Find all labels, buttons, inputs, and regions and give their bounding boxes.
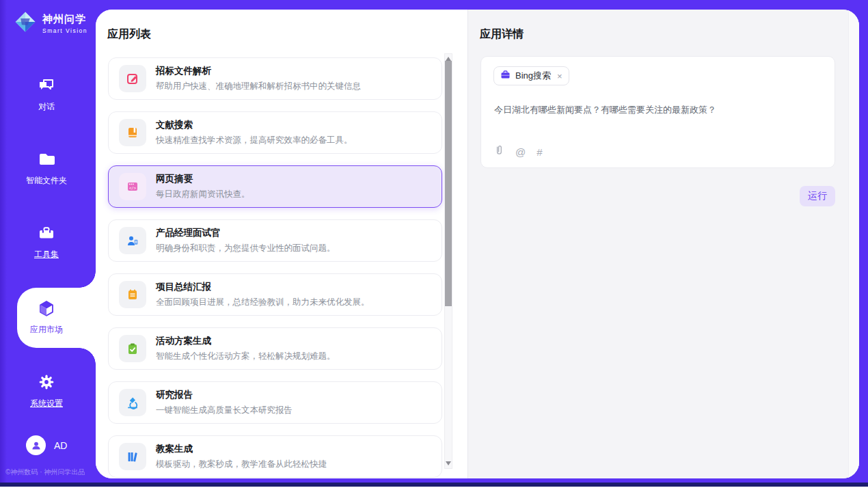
app-card-bid-analysis[interactable]: 招标文件解析 帮助用户快速、准确地理解和解析招标书中的关键信息 — [108, 57, 442, 100]
brand-name: 神州问学 — [42, 13, 87, 26]
scrollbar-thumb[interactable] — [445, 61, 452, 306]
tool-chip-label: Bing搜索 — [515, 70, 551, 82]
note-icon — [119, 281, 146, 308]
app-card-desc: 一键智能生成高质量长文本研究报告 — [156, 405, 293, 416]
app-card-title: 产品经理面试官 — [156, 227, 336, 239]
app-card-title: 招标文件解析 — [156, 65, 361, 77]
at-icon[interactable]: @ — [515, 146, 526, 158]
sidebar-item-app-market[interactable]: 应用市场 — [0, 297, 93, 338]
app-card-event-plan[interactable]: 活动方案生成 智能生成个性化活动方案，轻松解决规划难题。 — [108, 327, 442, 370]
gear-icon — [38, 373, 55, 394]
sidebar-item-toolset[interactable]: 工具集 — [0, 221, 93, 262]
chat-icon — [38, 77, 55, 97]
composer-toolbar: @ # — [493, 144, 543, 159]
clipboard-check-icon — [119, 335, 146, 362]
active-nav-curve-top — [79, 271, 96, 288]
app-card-web-summary[interactable]: </> 网页摘要 每日政府新闻资讯快查。 — [108, 165, 442, 208]
cube-icon — [38, 299, 55, 320]
toolbox-icon — [38, 224, 55, 245]
app-card-desc: 全面回顾项目进展，总结经验教训，助力未来优化发展。 — [156, 297, 370, 308]
microscope-icon — [119, 389, 146, 416]
paperclip-icon[interactable] — [493, 144, 504, 159]
detail-scrollbar-track — [848, 10, 859, 478]
app-input-card[interactable]: Bing搜索 × 今日湖北有哪些新闻要点？有哪些需要关注的最新政策？ @ # — [480, 56, 835, 168]
app-card-desc: 帮助用户快速、准确地理解和解析招标书中的关键信息 — [156, 81, 361, 92]
app-detail-pane: 应用详情 Bing搜索 × 今日湖北有哪些新闻要点？有哪些需要关注的最新政策？ — [467, 10, 859, 478]
sidebar-item-label: 智能文件夹 — [26, 175, 67, 187]
app-card-title: 教案生成 — [156, 443, 327, 455]
app-card-literature-search[interactable]: 文献搜索 快速精准查找学术资源，提高研究效率的必备工具。 — [108, 111, 442, 154]
sidebar: 神州问学 Smart Vision 对话 智能文件夹 — [0, 0, 96, 483]
app-card-desc: 每日政府新闻资讯快查。 — [156, 189, 250, 200]
svg-text:</>: </> — [129, 186, 137, 190]
app-card-desc: 模板驱动，教案秒成，教学准备从此轻松快捷 — [156, 459, 327, 470]
diamond-logo-icon — [14, 10, 37, 36]
app-window: 神州问学 Smart Vision 对话 智能文件夹 — [0, 0, 868, 488]
chip-close-icon[interactable]: × — [557, 71, 562, 81]
pen-square-icon — [119, 65, 146, 92]
brand-subtitle: Smart Vision — [42, 27, 87, 34]
app-detail-title: 应用详情 — [480, 27, 524, 42]
interviewer-icon — [119, 227, 146, 254]
sidebar-item-chat[interactable]: 对话 — [0, 74, 93, 115]
app-card-pm-interviewer[interactable]: 产品经理面试官 明确身份和职责，为您提供专业性的面试问题。 — [108, 219, 442, 262]
book-icon — [119, 119, 146, 146]
query-text[interactable]: 今日湖北有哪些新闻要点？有哪些需要关注的最新政策？ — [494, 103, 821, 117]
sidebar-item-settings[interactable]: 系统设置 — [0, 370, 93, 411]
list-scrollbar[interactable] — [444, 53, 452, 469]
main-panel: 应用列表 招标文件解析 帮助用户快速、准确地理解和解析招标书中的关键信息 — [96, 10, 859, 478]
app-card-desc: 明确身份和职责，为您提供专业性的面试问题。 — [156, 243, 336, 254]
briefcase-icon — [500, 70, 511, 82]
app-card-project-summary[interactable]: 项目总结汇报 全面回顾项目进展，总结经验教训，助力未来优化发展。 — [108, 273, 442, 316]
sidebar-item-label: 应用市场 — [30, 324, 63, 336]
browser-code-icon: </> — [119, 173, 146, 200]
bottom-navy-bar — [0, 483, 868, 487]
tool-chip-bing-search[interactable]: Bing搜索 × — [493, 66, 569, 85]
copyright-text: ©神州数码 · 神州问学出品 — [5, 467, 85, 477]
folder-icon — [38, 150, 55, 171]
app-list-title: 应用列表 — [107, 27, 151, 42]
app-card-desc: 智能生成个性化活动方案，轻松解决规划难题。 — [156, 351, 336, 362]
app-list: 招标文件解析 帮助用户快速、准确地理解和解析招标书中的关键信息 文献搜索 — [108, 57, 442, 478]
app-list-pane: 应用列表 招标文件解析 帮助用户快速、准确地理解和解析招标书中的关键信息 — [96, 10, 467, 478]
sidebar-item-label: 系统设置 — [30, 398, 63, 409]
app-card-title: 文献搜索 — [156, 119, 353, 131]
sidebar-item-label: 对话 — [38, 101, 55, 113]
books-icon — [119, 443, 146, 470]
app-card-research-report[interactable]: 研究报告 一键智能生成高质量长文本研究报告 — [108, 381, 442, 424]
app-card-title: 项目总结汇报 — [156, 281, 370, 293]
brand-text: 神州问学 Smart Vision — [42, 13, 87, 34]
user-name: AD — [54, 440, 67, 451]
user-account[interactable]: AD — [26, 435, 67, 455]
app-card-title: 网页摘要 — [156, 173, 250, 185]
brand-logo: 神州问学 Smart Vision — [14, 10, 87, 36]
app-card-title: 活动方案生成 — [156, 335, 336, 347]
app-card-lesson-plan[interactable]: 教案生成 模板驱动，教案秒成，教学准备从此轻松快捷 — [108, 435, 442, 478]
app-card-desc: 快速精准查找学术资源，提高研究效率的必备工具。 — [156, 135, 353, 146]
sidebar-item-smart-folder[interactable]: 智能文件夹 — [0, 148, 93, 189]
hash-icon[interactable]: # — [537, 146, 542, 158]
run-button[interactable]: 运行 — [800, 186, 835, 206]
scrollbar-down-arrow-icon[interactable] — [446, 461, 451, 465]
sidebar-item-label: 工具集 — [34, 249, 59, 260]
app-card-title: 研究报告 — [156, 389, 293, 401]
active-nav-curve-bottom — [79, 348, 96, 364]
avatar — [26, 435, 46, 455]
